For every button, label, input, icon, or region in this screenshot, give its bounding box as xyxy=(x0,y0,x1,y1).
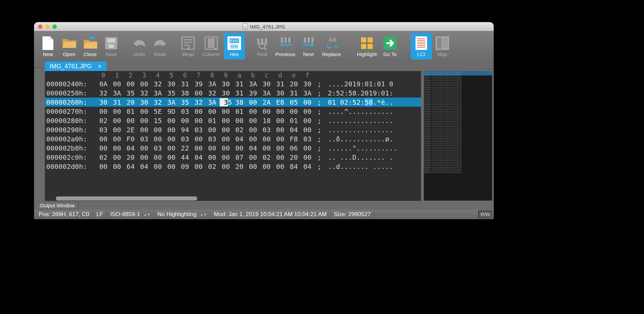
hex-byte[interactable]: 04 xyxy=(246,144,260,152)
hex-byte[interactable]: 31 xyxy=(233,89,246,97)
hex-byte[interactable]: 00 xyxy=(233,144,246,152)
hex-byte[interactable]: 30 xyxy=(260,80,273,88)
hex-byte[interactable]: 00 xyxy=(205,144,219,152)
replace-button[interactable]: ABAC Replace xyxy=(319,33,344,59)
hex-byte[interactable]: E8 xyxy=(273,98,287,106)
hex-byte[interactable]: 00 xyxy=(165,117,178,125)
hex-row[interactable]: 000002d0h:000064040000090002002000000084… xyxy=(45,162,421,171)
hex-row[interactable]: 000002b0h:000004000300220000000004000006… xyxy=(45,143,421,153)
hex-byte[interactable]: 01 xyxy=(124,107,137,116)
undo-button[interactable]: Undo xyxy=(129,33,150,59)
save-button[interactable]: Save xyxy=(101,33,122,59)
hex-row[interactable]: 00000280h:020000001500000001000000180001… xyxy=(45,116,421,125)
hex-byte[interactable]: 35 xyxy=(219,98,233,106)
hex-byte[interactable]: 00 xyxy=(178,117,192,125)
hex-byte[interactable]: 00 xyxy=(165,162,178,171)
hex-byte[interactable]: 00 xyxy=(219,126,233,134)
hex-byte[interactable]: 00 xyxy=(219,162,233,171)
new-button[interactable]: New xyxy=(37,33,58,59)
hex-byte[interactable]: 32 xyxy=(137,89,151,97)
hex-byte[interactable]: 64 xyxy=(124,162,137,171)
hex-byte[interactable]: 00 xyxy=(287,107,301,116)
hex-byte[interactable]: 20 xyxy=(124,153,137,161)
hex-byte[interactable]: 00 xyxy=(165,135,178,143)
hex-byte[interactable]: 31 xyxy=(178,80,192,88)
close-tab-icon[interactable]: × xyxy=(98,63,102,70)
hex-byte[interactable]: 5E xyxy=(151,107,165,116)
hex-byte[interactable]: 38 xyxy=(178,89,192,97)
hex-byte[interactable]: 00 xyxy=(110,117,124,125)
horizontal-scrollbar[interactable] xyxy=(56,196,350,201)
hex-byte[interactable]: 00 xyxy=(219,144,233,152)
hex-byte[interactable]: 32 xyxy=(192,98,205,106)
hex-byte[interactable]: 44 xyxy=(178,153,192,161)
hex-byte[interactable]: 00 xyxy=(110,153,124,161)
wrap-button[interactable]: Wrap xyxy=(177,33,199,59)
next-button[interactable]: Next xyxy=(298,33,319,59)
hex-byte[interactable]: 00 xyxy=(260,135,273,143)
hex-byte[interactable]: 9D xyxy=(165,107,178,116)
hex-byte[interactable]: 00 xyxy=(137,117,151,125)
hex-byte[interactable]: 31 xyxy=(110,98,124,106)
hex-byte[interactable]: 32 xyxy=(151,80,165,88)
hex-byte[interactable]: 00 xyxy=(110,126,124,134)
hex-byte[interactable]: 00 xyxy=(205,153,219,161)
hex-byte[interactable]: 00 xyxy=(301,117,314,125)
hex-byte[interactable]: 00 xyxy=(246,117,260,125)
hex-byte[interactable]: 35 xyxy=(124,89,137,97)
output-window-tab[interactable]: Output Window xyxy=(36,202,79,209)
hex-byte[interactable]: 00 xyxy=(137,153,151,161)
hex-byte[interactable]: 00 xyxy=(110,107,124,116)
hex-byte[interactable]: 00 xyxy=(260,162,273,171)
goto-button[interactable]: Go To xyxy=(379,33,401,59)
status-highlighting-select[interactable]: No Highlighting▲▼ xyxy=(154,210,210,219)
hex-byte[interactable]: 00 xyxy=(137,107,151,116)
hex-byte[interactable]: 22 xyxy=(178,144,192,152)
minimize-window-button[interactable] xyxy=(45,24,50,29)
hex-byte[interactable]: 04 xyxy=(233,135,246,143)
hex-byte[interactable]: F0 xyxy=(124,135,137,143)
maximize-window-button[interactable] xyxy=(52,24,57,29)
hex-byte[interactable]: 00 xyxy=(260,144,273,152)
hex-byte[interactable]: 30 xyxy=(137,98,151,106)
highlight-button[interactable]: Highlight xyxy=(354,33,379,59)
hex-row[interactable]: 00000270h:000001005E9D030000000100000000… xyxy=(45,107,421,116)
status-encoding-select[interactable]: ISO-8859-1▲▼ xyxy=(107,210,154,219)
hex-byte[interactable]: 00 xyxy=(273,144,287,152)
hex-row[interactable]: 00000260h:30312030323A35323A 3538002AE80… xyxy=(45,98,421,107)
hex-byte[interactable]: 00 xyxy=(137,144,151,152)
hex-byte[interactable]: 03 xyxy=(178,135,192,143)
hex-byte[interactable]: 00 xyxy=(273,107,287,116)
hex-byte[interactable]: 35 xyxy=(165,89,178,97)
hex-byte[interactable]: 00 xyxy=(165,126,178,134)
hex-byte[interactable]: 00 xyxy=(97,144,110,152)
hex-ascii[interactable]: ..ð...........ø. xyxy=(324,135,414,143)
hex-byte[interactable]: 31 xyxy=(287,89,301,97)
hex-byte[interactable]: 00 xyxy=(124,80,137,88)
hex-byte[interactable]: 03 xyxy=(151,144,165,152)
hex-byte[interactable]: 00 xyxy=(260,107,273,116)
status-line-ending[interactable]: LF xyxy=(93,210,107,219)
hex-byte[interactable]: 00 xyxy=(301,126,314,134)
hex-byte[interactable]: 00 xyxy=(110,135,124,143)
close-button[interactable]: Close xyxy=(80,33,101,59)
hex-byte[interactable]: 30 xyxy=(219,89,233,97)
hex-ascii[interactable]: .. ...D....... . xyxy=(324,153,414,161)
hex-byte[interactable]: 00 xyxy=(273,162,287,171)
hex-byte[interactable]: 04 xyxy=(124,144,137,152)
hex-byte[interactable]: 32 xyxy=(205,89,219,97)
hex-byte[interactable]: 00 xyxy=(205,107,219,116)
column-button[interactable]: Column xyxy=(199,33,224,59)
hex-byte[interactable]: 30 xyxy=(273,89,287,97)
hex-byte[interactable]: 30 xyxy=(219,80,233,88)
hex-byte[interactable]: 31 xyxy=(233,80,246,88)
hex-byte[interactable]: 00 xyxy=(110,80,124,88)
hex-byte[interactable]: 00 xyxy=(151,135,165,143)
open-button[interactable]: Open xyxy=(58,33,80,59)
hex-byte[interactable]: 03 xyxy=(137,135,151,143)
hex-ascii[interactable]: ................ xyxy=(324,117,414,125)
hex-byte[interactable]: 30 xyxy=(165,80,178,88)
hex-byte[interactable]: 00 xyxy=(273,117,287,125)
hex-byte[interactable]: 00 xyxy=(151,162,165,171)
hex-byte[interactable]: 03 xyxy=(192,126,205,134)
